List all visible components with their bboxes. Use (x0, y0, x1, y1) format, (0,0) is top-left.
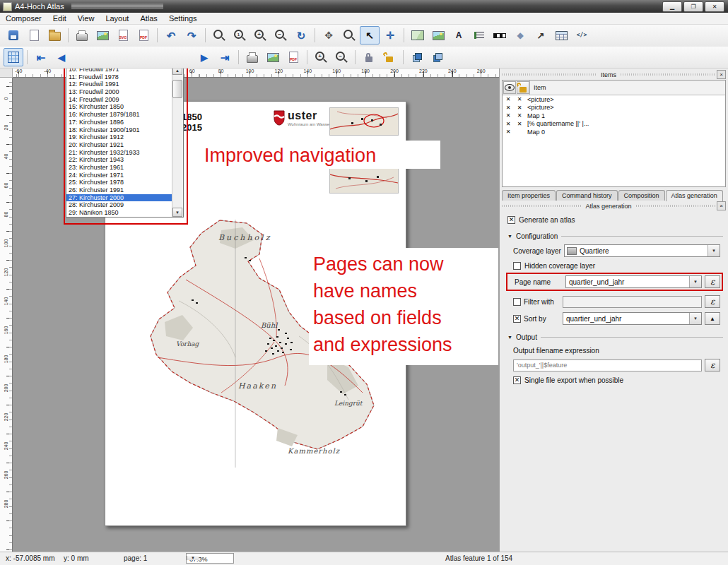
chevron-down-icon[interactable]: ▼ (689, 276, 701, 287)
page-name-combobox[interactable]: quartier_und_jahr ▼ (565, 275, 702, 288)
add-attribute-table-button[interactable] (551, 26, 571, 44)
lock-checkbox[interactable]: ✕ (514, 96, 525, 102)
lock-checkbox[interactable]: ✕ (514, 105, 525, 111)
menu-view[interactable]: View (72, 13, 100, 23)
zoom-out-button[interactable] (271, 26, 290, 44)
dropdown-item[interactable]: 27: Kirchuster 2000 (66, 194, 172, 202)
maximize-button[interactable]: ❐ (683, 1, 703, 12)
sort-direction-button[interactable]: ▲ (705, 312, 720, 325)
dropdown-item[interactable]: 20: Kirchuster 1921 (66, 141, 172, 149)
zoom-tool-button[interactable] (339, 26, 359, 44)
dropdown-item[interactable]: 11: Freudwil 1978 (66, 73, 172, 81)
next-feature-button[interactable] (194, 48, 214, 66)
output-group-header[interactable]: ▼ Output (507, 333, 723, 341)
refresh-view-button[interactable] (291, 26, 311, 44)
page-name-expression-button[interactable]: ε (705, 275, 720, 288)
new-composition-button[interactable] (24, 26, 44, 44)
dropdown-item[interactable]: 15: Kirchuster 1850 (66, 103, 172, 111)
dropdown-item[interactable]: 13: Freudwil 2000 (66, 88, 172, 96)
dropdown-item[interactable]: 28: Kirchuster 2009 (66, 201, 172, 209)
item-row[interactable]: ✕✕Map 1 (503, 112, 725, 120)
export-as-image-button[interactable] (93, 26, 112, 44)
add-html-frame-button[interactable] (572, 26, 592, 44)
menu-settings[interactable]: Settings (163, 13, 203, 23)
print-button[interactable] (72, 26, 92, 44)
output-filename-expression-button[interactable]: ε (705, 359, 720, 371)
minimize-button[interactable]: ▁ (662, 1, 682, 12)
zoom-full-button[interactable] (209, 26, 229, 44)
dropdown-item[interactable]: 16: Kirchuster 1879/1881 (66, 111, 172, 119)
hidden-coverage-checkbox[interactable] (513, 262, 521, 270)
zoom-level-combobox[interactable]: 67.3% ▼ (186, 553, 234, 564)
lock-selected-items-button[interactable] (359, 48, 379, 66)
undo-button[interactable] (161, 26, 181, 44)
duplicate-composition-button[interactable] (45, 26, 64, 44)
item-row[interactable]: ✕Map 0 (503, 128, 725, 136)
zoom-100-button[interactable] (230, 26, 249, 44)
move-item-content-button[interactable] (380, 26, 400, 44)
item-row[interactable]: ✕✕[% quartiername ||' |... (503, 120, 725, 129)
items-panel-close-icon[interactable]: × (717, 70, 726, 79)
filter-expression-input[interactable] (563, 296, 702, 308)
filter-expression-button[interactable]: ε (705, 295, 720, 308)
dropdown-item[interactable]: 18: Kirchuster 1900/1901 (66, 126, 172, 134)
visibility-checkbox[interactable]: ✕ (503, 129, 514, 135)
dropdown-item[interactable]: 12: Freudwil 1991 (66, 81, 172, 88)
close-button[interactable]: ✕ (705, 1, 724, 12)
chevron-down-icon[interactable]: ▼ (708, 245, 720, 256)
unlock-all-items-button[interactable] (380, 48, 399, 66)
export-atlas-as-image-button[interactable] (263, 48, 283, 66)
tab-atlas-generation[interactable]: Atlas generation (666, 190, 723, 201)
add-new-legend-button[interactable] (469, 26, 489, 44)
add-arrow-button[interactable] (531, 26, 551, 44)
visibility-checkbox[interactable]: ✕ (503, 121, 514, 127)
filter-with-checkbox[interactable] (513, 298, 521, 306)
first-feature-button[interactable] (31, 48, 51, 66)
dropdown-item[interactable]: 24: Kirchuster 1971 (66, 172, 172, 179)
add-new-map-button[interactable] (408, 26, 428, 44)
tab-command-history[interactable]: Command history (556, 190, 618, 201)
lower-selected-items-button[interactable] (428, 48, 447, 66)
print-atlas-button[interactable] (242, 48, 262, 66)
scrollbar-thumb[interactable] (172, 80, 182, 98)
dropdown-item[interactable]: 26: Kirchuster 1991 (66, 186, 172, 194)
generate-atlas-checkbox[interactable]: ✕ (507, 216, 515, 224)
zoom-in-button[interactable] (250, 26, 270, 44)
export-atlas-as-pdf-button[interactable] (283, 48, 303, 66)
last-feature-button[interactable] (215, 48, 235, 66)
dropdown-item[interactable]: 14: Freudwil 2009 (66, 96, 172, 104)
visibility-checkbox[interactable]: ✕ (503, 112, 514, 119)
pan-button[interactable] (319, 26, 339, 44)
lock-item-button[interactable] (517, 81, 529, 94)
previous-feature-button[interactable] (52, 48, 71, 66)
dropdown-item[interactable]: 25: Kirchuster 1978 (66, 179, 172, 186)
item-row[interactable]: ✕✕<picture> (503, 95, 725, 104)
save-project-button[interactable] (4, 26, 23, 44)
add-new-label-button[interactable] (449, 26, 469, 44)
output-filename-input[interactable]: 'output_'||$feature (513, 359, 702, 371)
add-new-scalebar-button[interactable] (490, 26, 510, 44)
dropdown-item[interactable]: 23: Kirchuster 1961 (66, 164, 172, 172)
atlas-panel-close-icon[interactable]: × (717, 201, 726, 210)
dropdown-item[interactable]: 17: Kirchuster 1896 (66, 119, 172, 126)
lock-checkbox[interactable]: ✕ (514, 121, 525, 127)
chevron-down-icon[interactable]: ▼ (187, 556, 199, 560)
raise-selected-items-button[interactable] (407, 48, 427, 66)
dropdown-item[interactable]: 29: Nänikon 1850 (66, 209, 172, 217)
visibility-checkbox[interactable]: ✕ (503, 105, 514, 111)
dropdown-item[interactable]: 22: Kirchuster 1943 (66, 156, 172, 164)
menu-edit[interactable]: Edit (47, 13, 72, 23)
scroll-down-button[interactable]: ▼ (172, 208, 182, 217)
zoom-out-button[interactable] (331, 48, 351, 66)
add-image-button[interactable] (428, 26, 448, 44)
dropdown-item[interactable]: 21: Kirchuster 1932/1933 (66, 149, 172, 157)
tab-composition[interactable]: Composition (618, 190, 665, 201)
add-basic-shape-button[interactable] (510, 26, 530, 44)
menu-composer[interactable]: Composer (0, 13, 47, 23)
toggle-visibility-button[interactable] (503, 81, 516, 94)
tab-item-properties[interactable]: Item properties (502, 190, 556, 201)
export-as-svg-button[interactable] (113, 26, 133, 44)
menu-layout[interactable]: Layout (100, 13, 134, 23)
sort-by-checkbox[interactable]: ✕ (513, 315, 521, 323)
export-as-pdf-button[interactable] (134, 26, 153, 44)
